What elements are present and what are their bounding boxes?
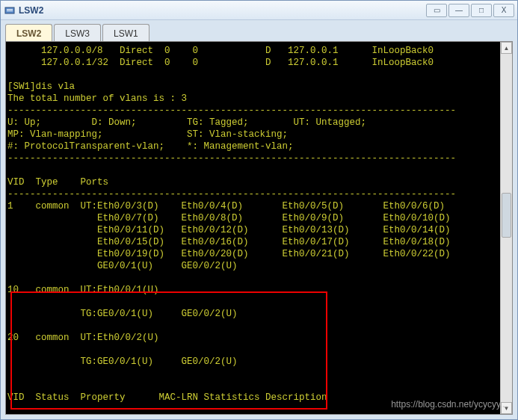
watermark: https://blog.csdn.net/ycycyy... <box>391 399 508 410</box>
window-title: LSW2 <box>19 5 425 16</box>
svg-rect-2 <box>7 10 13 11</box>
maximize-button[interactable]: □ <box>471 4 492 17</box>
svg-rect-1 <box>7 9 13 10</box>
terminal-pane[interactable]: 127.0.0.0/8 Direct 0 0 D 127.0.0.1 InLoo… <box>5 41 513 415</box>
tabbar: LSW2 LSW3 LSW1 <box>1 20 517 41</box>
collapse-button[interactable]: ▭ <box>426 4 447 17</box>
scroll-up-icon[interactable]: ▲ <box>501 42 512 54</box>
tab-lsw2[interactable]: LSW2 <box>5 24 52 42</box>
scroll-track[interactable] <box>501 54 512 402</box>
tab-lsw1[interactable]: LSW1 <box>102 24 149 42</box>
tab-lsw3[interactable]: LSW3 <box>54 24 101 42</box>
scrollbar[interactable]: ▲ ▼ <box>500 42 512 414</box>
window-buttons: ▭ — □ X <box>425 4 514 17</box>
terminal-output: 127.0.0.0/8 Direct 0 0 D 127.0.0.1 InLoo… <box>6 42 512 407</box>
scroll-thumb[interactable] <box>502 193 511 238</box>
app-window: LSW2 ▭ — □ X LSW2 LSW3 LSW1 127.0.0.0/8 … <box>0 0 518 420</box>
minimize-button[interactable]: — <box>448 4 469 17</box>
close-button[interactable]: X <box>493 4 514 17</box>
titlebar: LSW2 ▭ — □ X <box>1 1 517 20</box>
app-icon <box>4 4 16 16</box>
